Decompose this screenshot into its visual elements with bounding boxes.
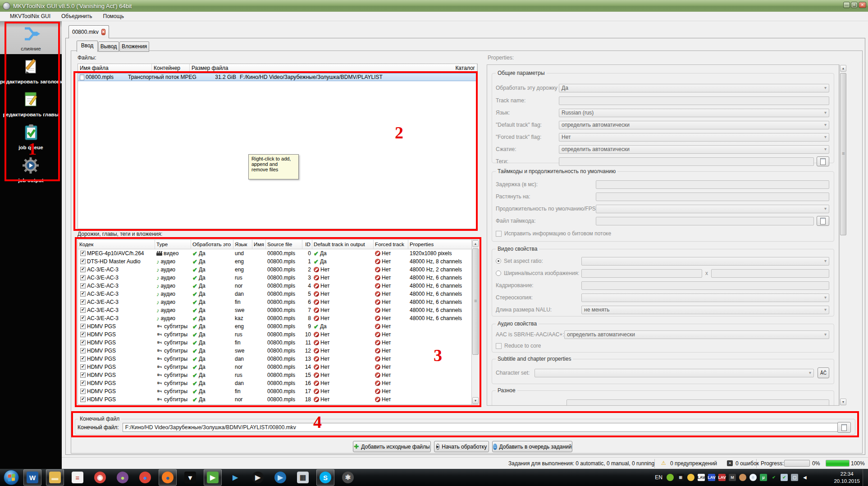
- tray-lav-white-icon[interactable]: LAV: [698, 474, 705, 481]
- language-select[interactable]: Russian (rus): [559, 109, 829, 117]
- tray-network-icon[interactable]: ▢: [791, 474, 798, 481]
- browse-timecode-button[interactable]: [817, 216, 829, 226]
- character-set-select[interactable]: [535, 369, 814, 377]
- track-row[interactable]: HDMV PGS субтитры Да nor 00800.mpls 14 Н…: [78, 363, 478, 371]
- taskbar-app-button[interactable]: ▦: [294, 469, 312, 486]
- track-checkbox[interactable]: [80, 307, 86, 313]
- browse-tags-button[interactable]: [817, 156, 829, 166]
- taskbar-app-button[interactable]: ▶: [204, 469, 222, 486]
- maximize-button[interactable]: ❑: [851, 2, 858, 8]
- track-checkbox[interactable]: [80, 275, 86, 280]
- minimize-button[interactable]: —: [843, 2, 850, 8]
- track-row[interactable]: AC-3/E-AC-3 аудио Да eng 00800.mpls 2 Не…: [78, 266, 478, 274]
- tracks-column-header[interactable]: ID: [302, 240, 312, 249]
- taskbar-app-button[interactable]: ●: [114, 469, 132, 486]
- tray-avatar-icon[interactable]: [739, 474, 746, 481]
- track-checkbox[interactable]: [80, 299, 86, 305]
- track-row[interactable]: HDMV PGS субтитры Да rus 00800.mpls 15 Н…: [78, 371, 478, 379]
- display-width-input[interactable]: [581, 269, 702, 278]
- action-button[interactable]: Добавить исходные файлы: [353, 441, 431, 452]
- tray-leaf-icon[interactable]: [667, 474, 674, 481]
- start-button[interactable]: [4, 470, 19, 485]
- menu-item[interactable]: Помощь: [98, 12, 129, 20]
- compression-select[interactable]: определить автоматически: [559, 145, 829, 154]
- scroll-down-icon[interactable]: ▼: [472, 397, 479, 404]
- track-checkbox[interactable]: [80, 251, 86, 256]
- track-checkbox[interactable]: [80, 381, 86, 386]
- track-row[interactable]: HDMV PGS субтитры Да dan 00800.mpls 16 Н…: [78, 379, 478, 387]
- aspect-ratio-radio[interactable]: [496, 258, 501, 264]
- taskbar-app-button[interactable]: ▬: [46, 469, 64, 486]
- taskbar-app-button[interactable]: ●: [159, 469, 177, 486]
- tray-clock-icon[interactable]: [687, 474, 694, 481]
- track-row[interactable]: HDMV PGS субтитры Да eng 00800.mpls 9 Да…: [78, 322, 478, 330]
- fix-bitstream-checkbox[interactable]: [496, 231, 502, 237]
- properties-scrollbar[interactable]: ▲ ▼: [839, 64, 847, 406]
- tray-windows-icon[interactable]: ⊞: [677, 474, 684, 481]
- close-button[interactable]: ✕: [859, 2, 866, 8]
- track-checkbox[interactable]: [80, 332, 86, 337]
- track-checkbox[interactable]: [80, 340, 86, 345]
- scrollbar-thumb[interactable]: [472, 248, 479, 355]
- track-row[interactable]: AC-3/E-AC-3 аудио Да dan 00800.mpls 5 Не…: [78, 290, 478, 298]
- track-checkbox[interactable]: [80, 283, 86, 289]
- track-row[interactable]: HDMV PGS субтитры Да fin 00800.mpls 11 Н…: [78, 339, 478, 347]
- charset-preview-button[interactable]: ÅČ: [818, 367, 829, 378]
- track-row[interactable]: HDMV PGS субтитры Да rus 00800.mpls 10 Н…: [78, 330, 478, 339]
- tracks-column-header[interactable]: Source file: [266, 240, 302, 249]
- files-column-header[interactable]: Размер файла: [190, 64, 453, 73]
- track-row[interactable]: AC-3/E-AC-3 аудио Да kaz 00800.mpls 8 Не…: [78, 314, 478, 322]
- sidebar-item[interactable]: редактировать заголовки: [0, 54, 62, 87]
- tray-volume-icon[interactable]: ◀: [801, 474, 809, 481]
- display-height-input[interactable]: [711, 269, 829, 278]
- tracks-column-header[interactable]: Имя: [252, 240, 266, 249]
- track-row[interactable]: MPEG-4p10/AVC/h.264 видео Да und 00800.m…: [78, 249, 478, 257]
- tracks-column-header[interactable]: Forced track: [374, 240, 408, 249]
- scrollbar-thumb[interactable]: [840, 73, 846, 235]
- taskbar-app-button[interactable]: ◉: [91, 469, 109, 486]
- track-checkbox[interactable]: [80, 364, 86, 370]
- taskbar-app-button[interactable]: ▼: [181, 469, 199, 486]
- tracks-column-header[interactable]: Type: [155, 240, 191, 249]
- menu-item[interactable]: MKVToolNix GUI: [5, 12, 56, 20]
- taskbar-app-button[interactable]: ▶: [226, 469, 244, 486]
- sidebar-item[interactable]: редактировать главы: [0, 87, 62, 120]
- action-button[interactable]: Добавить в очередь заданий: [492, 441, 572, 452]
- action-button[interactable]: Начать обработку: [434, 441, 489, 452]
- taskbar-app-button[interactable]: ≡: [69, 469, 87, 486]
- output-file-input[interactable]: F:/Кино/HD Video/Зарубежные/Золушка/BDMV…: [123, 423, 842, 432]
- tracks-column-header[interactable]: Default track in output: [312, 240, 374, 249]
- tab-close-icon[interactable]: ✕: [101, 29, 106, 35]
- track-checkbox[interactable]: [80, 397, 86, 402]
- track-checkbox[interactable]: [80, 348, 86, 353]
- track-name-input[interactable]: [559, 96, 829, 105]
- tracks-column-header[interactable]: Кодек: [78, 240, 155, 249]
- taskbar-clock[interactable]: 22:34 20.10.2015: [834, 470, 860, 485]
- timecode-file-input[interactable]: [596, 217, 814, 225]
- forced-flag-select[interactable]: Нет: [559, 133, 829, 142]
- cropping-input[interactable]: [581, 281, 829, 290]
- sidebar-item[interactable]: слияние: [0, 21, 62, 54]
- menu-item[interactable]: Объединить: [56, 12, 98, 20]
- scroll-up-icon[interactable]: ▲: [840, 65, 846, 72]
- track-row[interactable]: AC-3/E-AC-3 аудио Да swe 00800.mpls 7 Не…: [78, 306, 478, 314]
- tracks-column-header[interactable]: Обработать это: [191, 240, 233, 249]
- tray-antivirus-icon[interactable]: ✔: [770, 474, 777, 481]
- language-indicator[interactable]: EN: [655, 474, 662, 481]
- tray-lav-red-icon[interactable]: LAV: [718, 474, 726, 481]
- track-row[interactable]: AC-3/E-AC-3 аудио Да nor 00800.mpls 4 Не…: [78, 282, 478, 290]
- track-row[interactable]: HDMV PGS субтитры Да dan 00800.mpls 13 Н…: [78, 355, 478, 363]
- file-tab[interactable]: 00800.mkv ✕: [69, 25, 109, 38]
- tray-utorrent-icon[interactable]: μ: [760, 474, 767, 481]
- taskbar-app-button[interactable]: W: [23, 469, 41, 486]
- track-row[interactable]: AC-3/E-AC-3 аудио Да rus 00800.mpls 3 Не…: [78, 274, 478, 282]
- tray-lav-blue-icon[interactable]: LAV: [708, 474, 715, 481]
- source-file-row[interactable]: 00800.mpls Транспортный поток MPEG 31.2 …: [78, 73, 477, 81]
- tracks-column-header[interactable]: Properties: [408, 240, 478, 249]
- misc-input[interactable]: [566, 399, 829, 406]
- files-column-header[interactable]: Каталог: [453, 64, 477, 73]
- tray-timer-icon[interactable]: ○: [749, 474, 757, 481]
- track-checkbox[interactable]: [80, 267, 86, 272]
- process-track-select[interactable]: Да: [559, 84, 829, 92]
- default-flag-select[interactable]: определить автоматически: [559, 121, 829, 129]
